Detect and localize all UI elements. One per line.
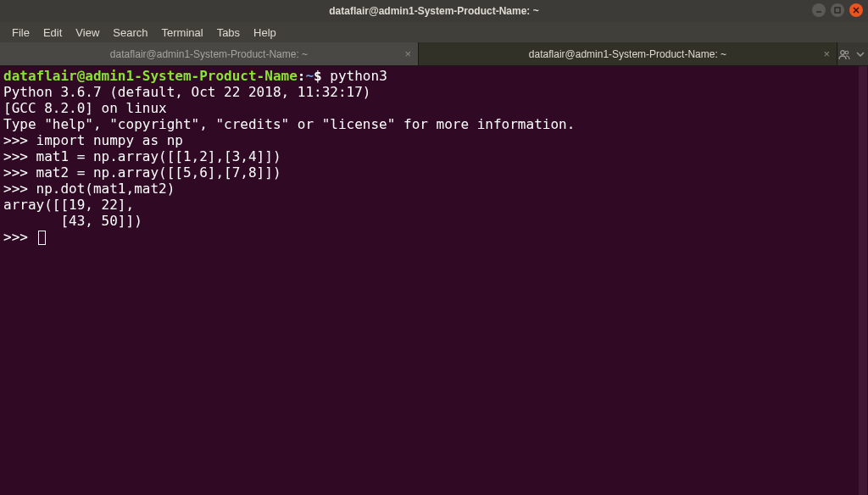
tab-tools [837,42,868,65]
menu-edit[interactable]: Edit [36,25,69,41]
menu-search[interactable]: Search [106,25,154,41]
tab-1[interactable]: dataflair@admin1-System-Product-Name: ~ … [0,42,419,65]
window-title: dataflair@admin1-System-Product-Name: ~ [329,5,538,17]
tabbar: dataflair@admin1-System-Product-Name: ~ … [0,42,868,66]
terminal-line: array([[19, 22], [3,197,854,213]
terminal-line: [GCC 8.2.0] on linux [3,100,854,116]
menu-file[interactable]: File [5,25,36,41]
prompt-idle: >>> [3,229,36,245]
terminal-line: >>> np.dot(mat1,mat2) [3,181,854,197]
terminal-line: >>> mat2 = np.array([[5,6],[7,8]]) [3,164,854,181]
terminal-line: Type "help", "copyright", "credits" or "… [3,116,854,132]
prompt-user: dataflair@admin1-System-Product-Name [3,68,298,84]
terminal-line: [43, 50]]) [3,213,854,229]
menu-view[interactable]: View [69,25,106,41]
prompt-sep: : [298,68,306,84]
command-text: python3 [322,68,387,84]
terminal-line: >>> import numpy as np [3,132,854,148]
terminal-line: Python 3.6.7 (default, Oct 22 2018, 11:3… [3,84,854,100]
terminal-line: dataflair@admin1-System-Product-Name:~$ … [3,68,854,84]
svg-rect-1 [835,8,840,13]
menu-help[interactable]: Help [247,25,283,41]
terminal-line: >>> mat1 = np.array([[1,2],[3,4]]) [3,148,854,164]
tab-1-label: dataflair@admin1-System-Product-Name: ~ [110,48,308,60]
svg-point-4 [841,50,845,54]
menu-tabs[interactable]: Tabs [210,25,247,41]
scrollbar[interactable] [859,66,867,495]
close-button[interactable] [849,3,863,17]
tab-2-close-icon[interactable]: × [823,47,830,60]
svg-point-5 [845,51,849,54]
menubar: File Edit View Search Terminal Tabs Help [0,22,868,42]
terminal[interactable]: dataflair@admin1-System-Product-Name:~$ … [0,66,868,495]
people-icon[interactable] [837,48,851,60]
prompt-dollar: $ [314,68,322,84]
tab-1-close-icon[interactable]: × [404,47,411,60]
minimize-button[interactable] [812,3,826,17]
chevron-down-icon[interactable] [856,50,865,58]
terminal-line: >>> [3,229,854,245]
maximize-button[interactable] [831,3,844,17]
tab-2-label: dataflair@admin1-System-Product-Name: ~ [529,48,726,60]
window-controls [812,3,863,17]
menu-terminal[interactable]: Terminal [155,25,210,41]
titlebar: dataflair@admin1-System-Product-Name: ~ [0,0,868,22]
prompt-path: ~ [305,68,314,84]
cursor [38,231,46,245]
tab-2[interactable]: dataflair@admin1-System-Product-Name: ~ … [419,42,837,65]
